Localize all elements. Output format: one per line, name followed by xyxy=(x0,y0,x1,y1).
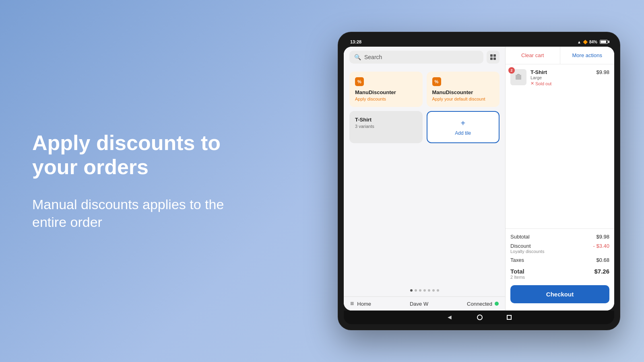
search-input-container[interactable]: 🔍 Search xyxy=(349,51,483,64)
x-icon: ✕ xyxy=(530,81,534,86)
discount-sublabel: Loyalty discounts xyxy=(510,249,544,254)
tile-subtitle-1: Apply discounts xyxy=(355,97,417,101)
subtotal-value: $9.98 xyxy=(596,234,609,240)
connected-label: Connected xyxy=(467,301,492,307)
status-time: 13:28 xyxy=(350,39,361,44)
subtotal-row: Subtotal $9.98 xyxy=(510,234,609,240)
android-nav-bar: ◄ xyxy=(344,311,614,324)
nav-center: Dave W xyxy=(410,301,428,307)
cart-item: 2 T-Shirt Large ✕ xyxy=(510,69,609,86)
tile-subtitle-3: 3 variants xyxy=(355,124,417,129)
page-dots xyxy=(344,284,505,296)
discount-badge-1: % xyxy=(355,77,364,86)
cart-item-image: 2 xyxy=(510,69,526,85)
tile-title-2: ManuDiscounter xyxy=(432,89,494,95)
discount-row: Discount Loyalty discounts - $3.40 xyxy=(510,243,609,254)
cart-item-details: T-Shirt Large ✕ Sold out xyxy=(530,69,592,86)
grid-view-icon[interactable] xyxy=(487,51,500,64)
item-quantity-badge: 2 xyxy=(508,67,515,74)
svg-rect-4 xyxy=(516,75,521,80)
bottom-nav: ≡ Home Dave W Connected xyxy=(344,296,505,311)
status-bar: 13:28 ▲ 🔶 84% xyxy=(344,38,614,47)
cart-header: Clear cart More actions xyxy=(506,47,614,64)
dot-2 xyxy=(415,289,417,292)
total-value: $7.26 xyxy=(594,268,609,280)
more-actions-button[interactable]: More actions xyxy=(560,47,615,64)
dot-7 xyxy=(437,289,439,292)
cart-item-name: T-Shirt xyxy=(530,69,592,75)
signal-icon: 🔶 xyxy=(583,40,588,44)
main-heading: Apply discounts to your orders xyxy=(32,131,242,179)
discount-value: - $3.40 xyxy=(593,243,609,254)
battery-fill xyxy=(601,41,606,43)
tablet-body: 13:28 ▲ 🔶 84% 🔍 Search xyxy=(338,32,620,330)
tile-title-1: ManuDiscounter xyxy=(355,89,417,95)
search-icon: 🔍 xyxy=(354,54,361,60)
add-plus-icon: + xyxy=(460,119,465,128)
product-grid: % ManuDiscounter Apply discounts % ManuD… xyxy=(344,68,505,147)
dot-3 xyxy=(419,289,421,292)
hamburger-icon: ≡ xyxy=(350,300,354,307)
status-icons: ▲ 🔶 84% xyxy=(577,40,608,44)
battery-percent: 84% xyxy=(589,40,597,44)
product-tile-add[interactable]: + Add tile xyxy=(427,111,500,143)
svg-rect-0 xyxy=(490,54,493,57)
cart-panel: Clear cart More actions 2 xyxy=(506,47,614,311)
discount-label-group: Discount Loyalty discounts xyxy=(510,243,544,254)
tile-title-3: T-Shirt xyxy=(355,117,417,123)
checkout-button[interactable]: Checkout xyxy=(510,285,609,303)
tablet-device: 13:28 ▲ 🔶 84% 🔍 Search xyxy=(338,32,620,330)
dot-4 xyxy=(423,289,426,292)
svg-rect-3 xyxy=(493,58,496,60)
cart-item-sold-out: ✕ Sold out xyxy=(530,81,592,86)
tile-subtitle-2: Apply your default discount xyxy=(432,97,494,101)
product-tile-manu1[interactable]: % ManuDiscounter Apply discounts xyxy=(349,72,423,107)
sub-heading: Manual discounts applies to the entire o… xyxy=(32,195,242,231)
cart-items: 2 T-Shirt Large ✕ xyxy=(506,64,614,228)
total-label: Total xyxy=(510,268,525,275)
search-bar: 🔍 Search xyxy=(344,47,505,68)
product-tile-manu2[interactable]: % ManuDiscounter Apply your default disc… xyxy=(427,72,500,107)
cart-item-price: $9.98 xyxy=(596,69,609,75)
total-label-group: Total 2 Items xyxy=(510,268,525,280)
cart-totals: Subtotal $9.98 Discount Loyalty discount… xyxy=(506,228,614,311)
wifi-icon: ▲ xyxy=(577,40,581,44)
discount-label: Discount xyxy=(510,243,544,249)
screen: 🔍 Search xyxy=(344,47,614,311)
app-content: 🔍 Search xyxy=(344,47,614,311)
discount-badge-2: % xyxy=(432,77,441,86)
taxes-value: $0.68 xyxy=(596,257,609,263)
home-button[interactable] xyxy=(477,315,483,320)
total-row: Total 2 Items $7.26 xyxy=(510,268,609,280)
left-text-section: Apply discounts to your orders Manual di… xyxy=(32,131,242,231)
clear-cart-button[interactable]: Clear cart xyxy=(506,47,560,64)
home-label: Home xyxy=(357,301,371,307)
user-label: Dave W xyxy=(410,301,428,307)
nav-left[interactable]: ≡ Home xyxy=(350,300,371,307)
dot-5 xyxy=(428,289,430,292)
items-count: 2 Items xyxy=(510,275,525,280)
taxes-row: Taxes $0.68 xyxy=(510,257,609,263)
svg-rect-2 xyxy=(490,58,493,60)
dot-1 xyxy=(410,289,413,292)
dot-6 xyxy=(432,289,435,292)
recent-apps-button[interactable] xyxy=(507,315,512,320)
search-placeholder: Search xyxy=(364,54,382,60)
connected-dot xyxy=(495,302,499,306)
taxes-label: Taxes xyxy=(510,257,524,263)
subtotal-label: Subtotal xyxy=(510,234,530,240)
battery-icon xyxy=(600,40,608,44)
product-tile-tshirt[interactable]: T-Shirt 3 variants xyxy=(349,111,423,143)
add-tile-label: Add tile xyxy=(455,130,471,136)
product-panel: 🔍 Search xyxy=(344,47,506,311)
cart-item-variant: Large xyxy=(530,75,592,80)
back-button[interactable]: ◄ xyxy=(446,314,453,321)
nav-right: Connected xyxy=(467,301,499,307)
svg-rect-1 xyxy=(493,54,496,57)
